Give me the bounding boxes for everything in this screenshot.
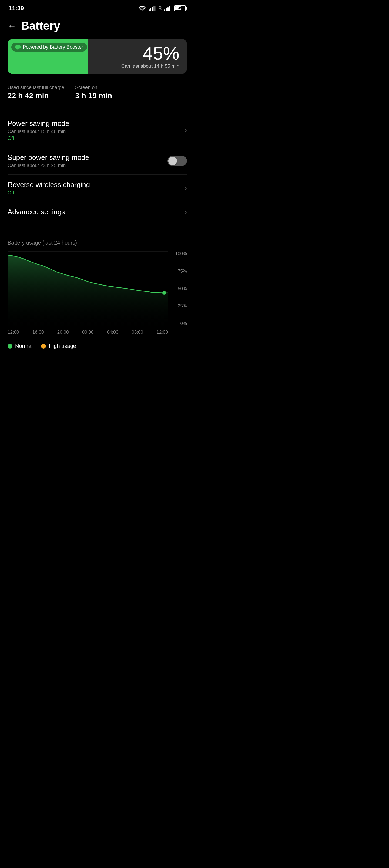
settings-section: Power saving mode Can last about 15 h 46… [0,113,194,222]
signal-icon-1 [148,6,156,11]
usage-section: Battery usage (last 24 hours) 100% 75% 5… [0,233,194,338]
legend-normal: Normal [7,343,32,349]
svg-rect-8 [167,7,169,11]
status-bar: 11:39 R 45 [0,0,194,14]
chevron-right-icon-2: › [185,184,187,192]
legend-dot-normal [7,344,12,349]
booster-badge: Powered by Battery Booster [11,43,87,52]
power-saving-mode-row[interactable]: Power saving mode Can last about 15 h 46… [7,113,187,147]
super-power-saving-toggle[interactable] [167,156,187,166]
chart-y-labels: 100% 75% 50% 25% 0% [169,251,187,327]
advanced-settings-row[interactable]: Advanced settings › [7,202,187,222]
advanced-settings-title: Advanced settings [7,208,65,216]
battery-card: Powered by Battery Booster 45% Can last … [7,39,187,74]
svg-rect-7 [166,8,167,11]
wifi-icon [138,5,146,11]
y-label-25: 25% [169,304,187,308]
back-button[interactable]: ← [7,21,16,31]
battery-can-last: Can last about 14 h 55 min [121,63,179,69]
y-label-100: 100% [169,251,187,256]
power-saving-status: Off [7,135,69,141]
chevron-right-icon: › [185,126,187,134]
usage-screen-on: Screen on 3 h 19 min [75,85,112,100]
x-label-1600: 16:00 [32,330,44,335]
svg-rect-5 [155,6,156,11]
shield-icon [15,44,21,50]
svg-rect-1 [148,9,150,11]
carrier-label-1: R [158,6,162,11]
battery-chart: 100% 75% 50% 25% 0% [7,251,187,338]
toggle-knob [168,157,177,165]
legend-dot-high [41,344,46,349]
power-saving-title: Power saving mode [7,119,69,128]
y-label-75: 75% [169,269,187,273]
x-label-1200-end: 12:00 [157,330,168,335]
super-power-saving-title: Super power saving mode [7,153,89,162]
legend-high-label: High usage [49,343,76,349]
status-time: 11:39 [9,5,24,12]
power-saving-subtitle: Can last about 15 h 46 min [7,129,69,134]
x-label-1200: 12:00 [7,330,19,335]
reverse-wireless-status: Off [7,190,90,196]
chart-legend: Normal High usage [0,338,194,358]
usage-stats: Used since last full charge 22 h 42 min … [0,81,194,102]
divider-2 [7,227,187,228]
usage-since-charge: Used since last full charge 22 h 42 min [7,85,64,100]
svg-rect-10 [171,6,171,11]
status-icons: R 45 [138,5,186,11]
svg-rect-6 [164,9,165,11]
svg-rect-2 [150,8,151,11]
battery-status-icon: 45 [174,5,186,11]
svg-rect-3 [152,7,153,11]
battery-percent: 45% [121,44,179,62]
page-title: Battery [21,20,60,32]
x-label-0800: 08:00 [132,330,143,335]
reverse-wireless-charging-row[interactable]: Reverse wireless charging Off › [7,175,187,202]
svg-point-0 [142,10,143,11]
svg-rect-9 [169,6,170,11]
current-dot [162,291,166,295]
legend-normal-label: Normal [15,343,32,349]
signal-icon-2 [164,6,171,11]
chart-svg [7,251,168,327]
super-power-saving-subtitle: Can last about 23 h 25 min [7,163,89,168]
battery-percent-area: 45% Can last about 14 h 55 min [121,44,179,69]
super-power-saving-row[interactable]: Super power saving mode Can last about 2… [7,147,187,175]
chart-x-labels: 12:00 16:00 20:00 00:00 04:00 08:00 12:0… [7,328,168,335]
legend-high-usage: High usage [41,343,76,349]
y-label-0: 0% [169,321,187,326]
header: ← Battery [0,14,194,37]
x-label-2000: 20:00 [57,330,69,335]
svg-rect-4 [154,6,155,11]
x-label-0000: 00:00 [82,330,94,335]
y-label-50: 50% [169,286,187,291]
chevron-right-icon-3: › [185,208,187,216]
usage-chart-title: Battery usage (last 24 hours) [7,240,187,246]
reverse-wireless-title: Reverse wireless charging [7,181,90,189]
x-label-0400: 04:00 [107,330,119,335]
